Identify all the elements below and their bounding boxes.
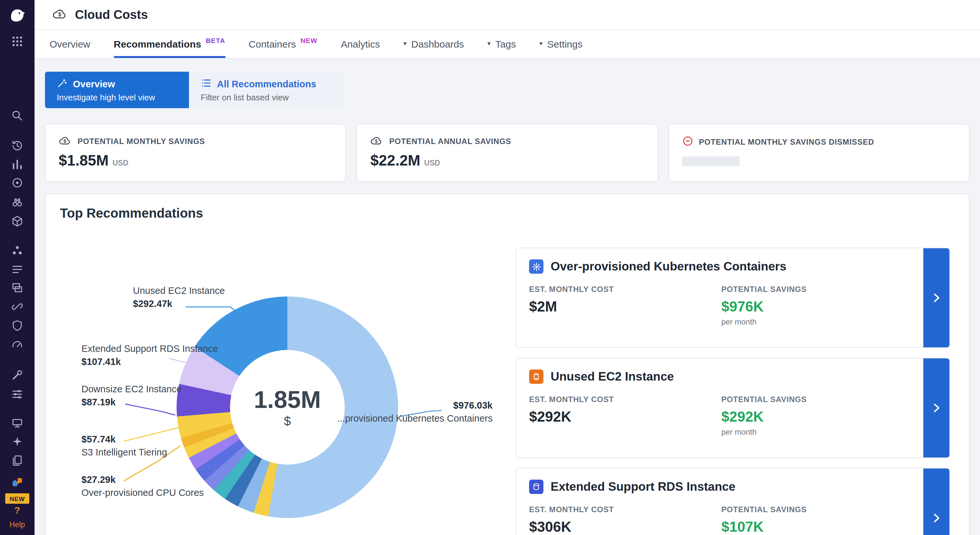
savings-label: POTENTIAL SAVINGS [721, 285, 807, 294]
list-icon [201, 78, 212, 91]
callout-rds: Extended Support RDS Instance $107.41k [81, 343, 218, 368]
chevron-right-icon [930, 291, 943, 304]
rds-icon [529, 479, 543, 494]
section-title: Top Recommendations [60, 206, 203, 221]
sidebar: NEW ? Help [0, 0, 35, 535]
tab-overview[interactable]: Overview [49, 30, 90, 58]
page-header: $ Cloud Costs [35, 0, 980, 30]
recommendation-list: Over-provisioned Kubernetes Containers E… [515, 248, 950, 535]
summary-stats-row: $POTENTIAL MONTHLY SAVINGS $1.85MUSD $PO… [45, 124, 970, 182]
chevron-down-icon: ▾ [403, 40, 407, 47]
stat-label: POTENTIAL MONTHLY SAVINGS [78, 137, 205, 146]
sparkle-icon[interactable] [11, 435, 24, 448]
callout-value: $27.29k [81, 474, 204, 486]
ec2-icon [529, 369, 543, 384]
cost-value: $292K [529, 409, 721, 425]
tab-dashboards[interactable]: ▾Dashboards [403, 30, 464, 58]
open-recommendation-button[interactable] [923, 468, 950, 535]
callout-unused-ec2: Unused EC2 Instance $292.47k [133, 285, 225, 310]
stat-unit: USD [424, 159, 440, 167]
callout-s3: $57.74k S3 Intelligent Tiering [81, 433, 167, 459]
link-icon[interactable] [11, 300, 24, 313]
callout-value: $292.47k [133, 298, 225, 310]
stat-unit: USD [112, 159, 128, 167]
tab-containers[interactable]: ContainersNEW [248, 30, 317, 58]
open-recommendation-button[interactable] [923, 248, 950, 347]
savings-period: per month [721, 427, 807, 436]
cost-label: EST. MONTHLY COST [529, 285, 721, 294]
app-window: NEW ? Help $ Cloud Costs Overview Recomm… [0, 0, 980, 535]
wrench-icon[interactable] [11, 369, 24, 381]
new-badge: NEW [301, 37, 317, 44]
grid-icon[interactable] [11, 35, 24, 48]
savings-label: POTENTIAL SAVINGS [721, 505, 807, 514]
datadog-logo[interactable] [7, 6, 27, 26]
callout-label: Over-provisioned CPU Cores [81, 486, 204, 499]
view-toggle: Overview Investigate high level view All… [45, 72, 970, 108]
windows-icon[interactable] [11, 282, 24, 294]
kubernetes-icon [529, 260, 543, 274]
chevron-right-icon [930, 511, 943, 525]
target-icon[interactable] [11, 177, 24, 189]
open-recommendation-button[interactable] [923, 358, 950, 457]
recommendation-card-unused-ec2[interactable]: Unused EC2 Instance EST. MONTHLY COST $2… [515, 358, 950, 458]
stat-card-annual-savings: $POTENTIAL ANNUAL SAVINGS $22.2MUSD [357, 124, 658, 182]
overview-toggle-button[interactable]: Overview Investigate high level view [45, 72, 189, 108]
tab-recommendations[interactable]: RecommendationsBETA [114, 30, 225, 58]
shield-icon[interactable] [11, 319, 24, 332]
callout-label: Extended Support RDS Instance [81, 343, 218, 355]
wand-icon [57, 78, 68, 91]
help-icon[interactable]: ? [0, 505, 35, 516]
savings-value: $976K [721, 298, 807, 315]
callout-label: S3 Intelligent Tiering [81, 446, 167, 459]
server-icon[interactable] [11, 417, 24, 430]
sliders-icon[interactable] [11, 388, 24, 400]
donut-center-unit: $ [284, 414, 291, 428]
cloud-dollar-icon: $ [371, 135, 383, 147]
clock-icon[interactable] [11, 139, 24, 152]
new-badge: NEW [5, 493, 29, 504]
callout-label: Downsize EC2 Instance [81, 383, 182, 396]
savings-period: per month [721, 317, 807, 326]
nav-tabs: Overview RecommendationsBETA ContainersN… [35, 30, 980, 59]
content-area: Overview Investigate high level view All… [35, 59, 980, 535]
callout-label: ...provisioned Kubernetes Containers [337, 412, 493, 425]
savings-value: $292K [721, 409, 807, 425]
chevron-down-icon: ▾ [487, 40, 491, 47]
all-recommendations-toggle-button[interactable]: All Recommendations Filter on list based… [189, 72, 344, 108]
top-recommendations-panel: Top Recommendations 1.85M $ Unused EC2 I… [45, 194, 970, 535]
callout-kubernetes: $976.03k ...provisioned Kubernetes Conta… [337, 400, 493, 425]
cost-label: EST. MONTHLY COST [529, 395, 721, 404]
help-label[interactable]: Help [0, 521, 35, 529]
bar-chart-icon[interactable] [11, 158, 24, 171]
cloud-dollar-icon: $ [59, 135, 72, 147]
stat-label: POTENTIAL MONTHLY SAVINGS DISMISSED [699, 137, 874, 146]
donut-center: 1.85M $ [230, 350, 345, 465]
svg-text:$: $ [64, 138, 67, 144]
main-area: $ Cloud Costs Overview RecommendationsBE… [35, 0, 980, 535]
chevron-right-icon [930, 401, 943, 414]
cube-icon[interactable] [11, 215, 24, 228]
recommendation-card-kubernetes[interactable]: Over-provisioned Kubernetes Containers E… [515, 248, 950, 348]
puzzle-icon[interactable] [11, 476, 24, 488]
callout-label: Unused EC2 Instance [133, 285, 225, 298]
stat-card-monthly-savings: $POTENTIAL MONTHLY SAVINGS $1.85MUSD [45, 124, 346, 182]
tab-tags[interactable]: ▾Tags [487, 30, 516, 58]
binoculars-icon[interactable] [11, 196, 24, 209]
cluster-icon[interactable] [11, 244, 24, 257]
stat-label: POTENTIAL ANNUAL SAVINGS [389, 137, 511, 146]
tab-analytics[interactable]: Analytics [341, 30, 380, 58]
loading-skeleton [682, 156, 739, 166]
pages-icon[interactable] [11, 454, 24, 467]
list-icon[interactable] [11, 263, 24, 275]
gauge-icon[interactable] [11, 338, 24, 350]
svg-text:$: $ [375, 138, 378, 144]
donut-center-value: 1.85M [254, 386, 321, 414]
callout-value: $57.74k [81, 433, 167, 446]
recommendation-title: Unused EC2 Instance [550, 369, 674, 384]
cost-label: EST. MONTHLY COST [529, 505, 721, 514]
search-icon[interactable] [11, 110, 24, 122]
callout-value: $107.41k [81, 355, 218, 368]
recommendation-card-rds[interactable]: Extended Support RDS Instance EST. MONTH… [515, 468, 950, 535]
tab-settings[interactable]: ▾Settings [539, 30, 582, 58]
